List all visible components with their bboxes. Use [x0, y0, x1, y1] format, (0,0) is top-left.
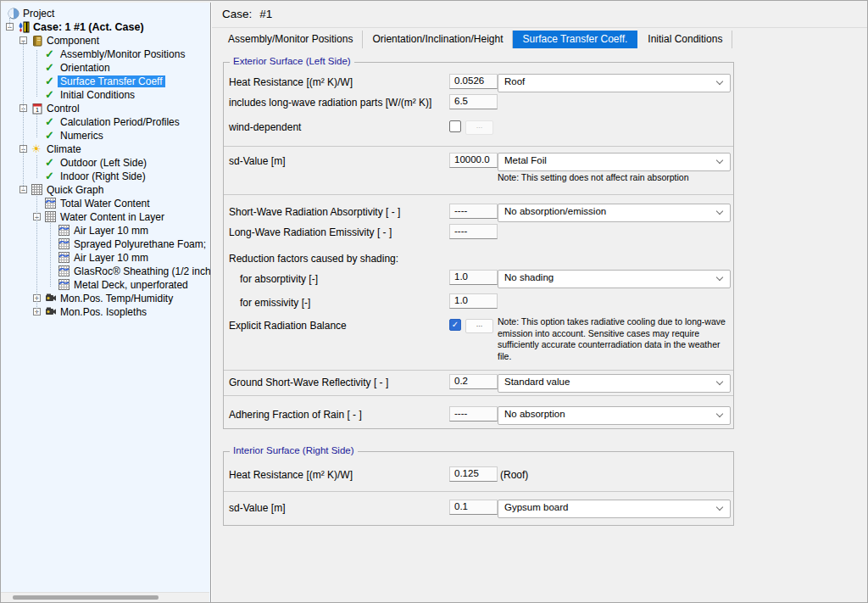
case-title-label: Case: [222, 8, 252, 20]
chart-icon [58, 279, 71, 291]
shading-emissivity-input[interactable]: 1.0 [449, 293, 498, 309]
wind-dependent-options-button[interactable]: ... [465, 120, 493, 135]
tree-item-label: Sprayed Polyurethane Foam; [71, 238, 209, 250]
ground-reflectivity-input[interactable]: 0.2 [449, 374, 498, 389]
check-icon: ✓ [45, 89, 58, 101]
scrollbar-thumb[interactable] [13, 595, 159, 600]
tree-item[interactable]: Air Layer 10 mm [1, 224, 210, 237]
tree-item[interactable]: Air Layer 10 mm [1, 251, 210, 265]
grid-icon [31, 184, 44, 196]
chevron-down-icon [716, 157, 723, 164]
tree-item-label: Water Content in Layer [58, 211, 167, 223]
dropdown-value: Standard value [504, 377, 570, 387]
shortwave-absorptivity-label: Short-Wave Radiation Absorptivity [ - ] [229, 206, 400, 218]
tree-item[interactable]: GlasRoc® Sheathing (1/2 inch [1, 265, 210, 278]
tree-item[interactable]: Metal Deck, unperforated [1, 278, 210, 292]
tab-bar: Assembly/Monitor PositionsOrientation/In… [219, 31, 732, 48]
tree-item[interactable]: −Quick Graph [1, 183, 210, 197]
dropdown-value: No absorption [504, 409, 565, 419]
tree-item-label: Total Water Content [58, 198, 153, 209]
tree-item[interactable]: Total Water Content [1, 197, 210, 210]
camera-icon [45, 306, 58, 318]
control-icon: 1 [31, 103, 44, 114]
interior-sd-dropdown[interactable]: Gypsum board [498, 500, 731, 518]
tree-item[interactable]: ✓Outdoor (Left Side) [1, 156, 210, 170]
tree-item[interactable]: +Mon.Pos. Isopleths [1, 305, 210, 319]
tree-item-label: Mon.Pos. Isopleths [58, 306, 149, 318]
shading-dropdown[interactable]: No shading [498, 270, 731, 288]
chevron-down-icon [716, 78, 723, 85]
dropdown-value: No shading [504, 272, 554, 282]
tree-item[interactable]: ✓Calculation Period/Profiles [1, 115, 210, 129]
camera-icon [45, 293, 58, 304]
check-icon: ✓ [45, 130, 58, 142]
tree-item[interactable]: −Water Content in Layer [1, 210, 210, 224]
tree-connector-line [36, 50, 37, 97]
heat-resistance-input[interactable]: 0.0526 [449, 74, 498, 89]
tree-item-label: Climate [44, 143, 84, 155]
explicit-radiation-balance-checkbox[interactable]: ✓ [449, 319, 461, 331]
tree-item[interactable]: ✓Numerics [1, 129, 210, 142]
interior-heat-resistance-note: (Roof) [500, 469, 528, 481]
sd-value-type-dropdown[interactable]: Metal Foil [498, 153, 731, 171]
adhering-rain-dropdown[interactable]: No absorption [498, 406, 731, 425]
interior-heat-resistance-label: Heat Resistance [(m² K)/W] [229, 469, 353, 481]
tree-item[interactable]: −1Control [1, 102, 210, 115]
shortwave-absorptivity-input[interactable]: ---- [449, 204, 498, 219]
explicit-radiation-options-button[interactable]: ... [465, 319, 493, 333]
tree-item[interactable]: Sprayed Polyurethane Foam; [1, 237, 210, 251]
case-panel: Case:#1 Assembly/Monitor PositionsOrient… [211, 3, 868, 602]
longwave-parts-label: includes long-wave radiation parts [W/(m… [229, 97, 431, 109]
ground-reflectivity-label: Ground Short-Wave Reflectivity [ - ] [229, 377, 388, 388]
section-divider [224, 370, 733, 371]
ground-reflectivity-dropdown[interactable]: Standard value [498, 374, 731, 393]
tab-assembly-monitor-positions[interactable]: Assembly/Monitor Positions [219, 31, 363, 48]
wind-dependent-checkbox[interactable] [449, 120, 461, 132]
tree-item-label: Air Layer 10 mm [71, 252, 151, 264]
case-icon [18, 21, 31, 33]
tree-item[interactable]: −Case: 1 #1 (Act. Case) [1, 20, 210, 34]
adhering-rain-input[interactable]: ---- [449, 406, 498, 422]
check-icon: ✓ [45, 48, 58, 60]
title-divider [212, 27, 868, 28]
tab-orientation-inclination-height[interactable]: Orientation/Inclination/Height [363, 31, 513, 48]
tree-item[interactable]: ✓Initial Conditions [1, 88, 210, 102]
interior-heat-resistance-input[interactable]: 0.125 [449, 466, 498, 482]
longwave-emissivity-input[interactable]: ---- [449, 224, 498, 239]
interior-sd-value-input[interactable]: 0.1 [449, 500, 498, 515]
shading-header-label: Reduction factors caused by shading: [229, 253, 398, 265]
tree-item-label: GlasRoc® Sheathing (1/2 inch [71, 265, 211, 277]
tree-item[interactable]: Project [1, 7, 210, 20]
heat-resistance-type-dropdown[interactable]: Roof [498, 74, 731, 92]
tree-item-label: Calculation Period/Profiles [58, 116, 182, 128]
tab-surface-transfer-coeff[interactable]: Surface Transfer Coeff. [513, 31, 637, 48]
sd-value-label: sd-Value [m] [229, 155, 285, 167]
chevron-down-icon [716, 208, 723, 215]
adhering-rain-label: Adhering Fraction of Rain [ - ] [229, 409, 362, 421]
check-icon: ✓ [45, 170, 58, 182]
tree-connector-line [36, 196, 37, 312]
component-icon [31, 35, 44, 47]
check-icon: ✓ [45, 157, 58, 169]
wind-dependent-label: wind-dependent [229, 121, 301, 133]
tree-item[interactable]: ✓Indoor (Right Side) [1, 170, 210, 183]
tree-item[interactable]: ✓Surface Transfer Coeff [1, 75, 210, 88]
project-tree-panel: Project−Case: 1 #1 (Act. Case)−Component… [1, 3, 211, 602]
tree-item-label: Orientation [58, 62, 113, 74]
tree-item-label: Case: 1 #1 (Act. Case) [31, 21, 147, 33]
tree-item[interactable]: ✓Assembly/Monitor Positions [1, 47, 210, 61]
tree-item[interactable]: +Mon.Pos. Temp/Humidity [1, 292, 210, 305]
longwave-parts-input[interactable]: 6.5 [449, 94, 498, 109]
shading-absorptivity-input[interactable]: 1.0 [449, 270, 498, 285]
tab-initial-conditions[interactable]: Initial Conditions [638, 31, 732, 48]
tree-item[interactable]: ✓Orientation [1, 61, 210, 75]
tree-horizontal-scrollbar[interactable] [1, 592, 209, 602]
absorption-emission-dropdown[interactable]: No absorption/emission [498, 204, 731, 222]
sd-value-input[interactable]: 10000.0 [449, 153, 498, 168]
tree-item[interactable]: −Component [1, 34, 210, 47]
tree-item-label: Mon.Pos. Temp/Humidity [58, 293, 175, 304]
tree-item-label: Control [44, 103, 82, 114]
section-divider [224, 395, 733, 396]
tree-item-label: Component [44, 35, 102, 47]
tree-item[interactable]: −☀Climate [1, 142, 210, 156]
